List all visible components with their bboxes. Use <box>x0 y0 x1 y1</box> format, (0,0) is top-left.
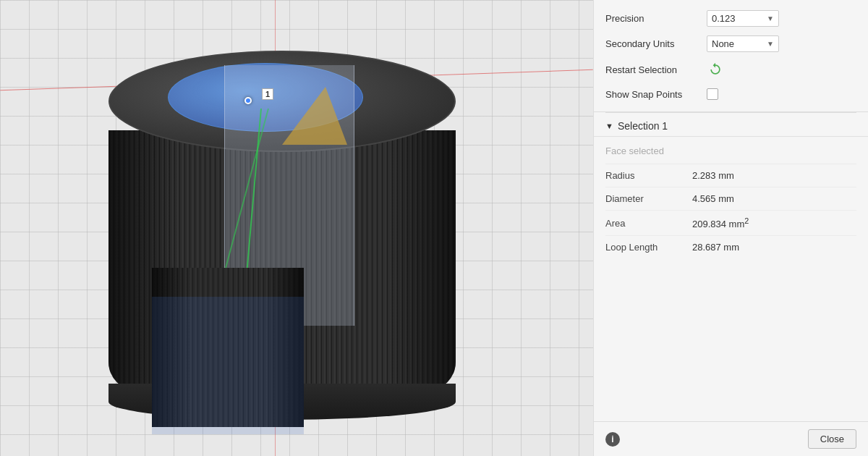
precision-dropdown[interactable]: 0.123 ▼ <box>707 10 779 27</box>
lower-cylinder-side <box>152 268 304 427</box>
face-selected-label: Face selected <box>605 143 856 164</box>
measurement-value: 209.834 mm2 <box>692 216 749 229</box>
measurement-label: Loop Length <box>605 242 692 253</box>
selection-point <box>244 97 252 104</box>
measurement-value: 2.283 mm <box>692 170 734 181</box>
properties-panel: Precision 0.123 ▼ Secondary Units None ▼… <box>593 0 868 456</box>
precision-label: Precision <box>605 13 707 24</box>
precision-section: Precision 0.123 ▼ Secondary Units None ▼… <box>594 0 868 112</box>
precision-value: 0.123 <box>712 13 736 24</box>
measurement-label: Diameter <box>605 193 692 204</box>
info-button[interactable]: i <box>605 432 620 447</box>
close-button[interactable]: Close <box>808 429 856 449</box>
measurement-row: Area209.834 mm2 <box>605 210 856 235</box>
show-snap-points-label: Show Snap Points <box>605 89 707 100</box>
3d-object: 1 <box>43 22 521 442</box>
measurement-value: 4.565 mm <box>692 193 734 204</box>
measurement-row: Radius2.283 mm <box>605 164 856 187</box>
lower-cylinder <box>152 268 304 442</box>
restart-selection-button[interactable] <box>707 61 724 78</box>
measurement-value: 28.687 mm <box>692 242 739 253</box>
selection-header: ▼ Selection 1 <box>594 113 868 137</box>
show-snap-points-row: Show Snap Points <box>605 83 856 106</box>
precision-arrow: ▼ <box>767 14 774 22</box>
secondary-units-dropdown[interactable]: None ▼ <box>707 35 779 52</box>
snap-points-checkbox[interactable] <box>707 88 718 100</box>
selection-body: Face selected Radius2.283 mmDiameter4.56… <box>594 137 868 421</box>
wedge-shape <box>282 87 347 145</box>
measurement-row: Diameter4.565 mm <box>605 187 856 210</box>
secondary-units-row: Secondary Units None ▼ <box>605 31 856 56</box>
panel-footer: i Close <box>594 421 868 456</box>
measurement-label: Area <box>605 218 692 229</box>
restart-selection-row: Restart Selection <box>605 56 856 83</box>
secondary-units-label: Secondary Units <box>605 38 707 49</box>
selection-label: 1 <box>262 88 273 100</box>
restart-selection-label: Restart Selection <box>605 64 707 75</box>
secondary-units-value: None <box>712 38 734 49</box>
3d-viewport[interactable]: 1 <box>0 0 593 456</box>
selection-collapse-icon[interactable]: ▼ <box>605 122 613 130</box>
measurement-label: Radius <box>605 170 692 181</box>
measurement-row: Loop Length28.687 mm <box>605 235 856 258</box>
precision-row: Precision 0.123 ▼ <box>605 6 856 31</box>
measurements-container: Radius2.283 mmDiameter4.565 mmArea209.83… <box>605 164 856 258</box>
selection-title: Selection 1 <box>618 120 668 132</box>
secondary-units-arrow: ▼ <box>767 40 774 48</box>
